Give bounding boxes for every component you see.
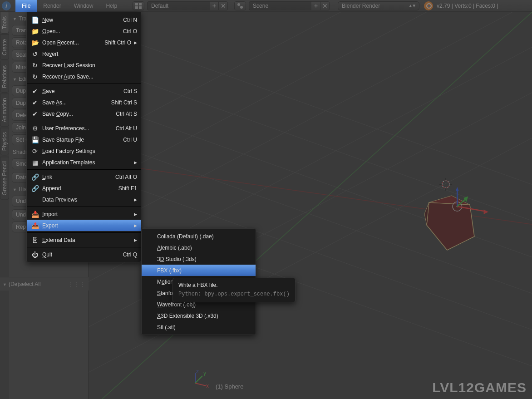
menu-item-label: Data Previews <box>42 197 131 203</box>
file-menu-item[interactable]: ↻Recover Auto Save... <box>27 71 141 82</box>
tooltip-title: Write a FBX file. <box>178 282 290 288</box>
export-menu-item[interactable]: Alembic (.abc) <box>142 242 256 253</box>
menu-item-icon: ↻ <box>30 73 39 80</box>
menu-item-icon: 📄 <box>30 16 39 24</box>
menu-item-label: Save As... <box>42 99 107 106</box>
menu-item-label: Export <box>42 222 131 229</box>
menu-item-icon: 📥 <box>30 211 39 218</box>
menu-item-label: External Data <box>42 237 131 243</box>
menu-item-label: Save <box>42 88 119 94</box>
menu-item-label: Collada (Default) (.dae) <box>157 233 214 240</box>
menu-item-shortcut: Ctrl S <box>123 88 137 94</box>
menu-item-shortcut: Ctrl O <box>123 28 137 34</box>
file-menu-dropdown: 📄NewCtrl N📁Open...Ctrl O📂Open Recent...S… <box>26 12 141 262</box>
export-menu-item[interactable]: X3D Extensible 3D (.x3d) <box>142 310 256 321</box>
menu-item-icon: ▦ <box>30 159 39 166</box>
menu-item-icon: 🗄 <box>30 236 39 244</box>
file-menu-item[interactable]: 💾Save Startup FileCtrl U <box>27 134 141 145</box>
file-menu-item[interactable]: 📄NewCtrl N <box>27 14 141 25</box>
menu-item-label: New <box>42 17 118 23</box>
menu-item-icon: 🔗 <box>30 185 39 192</box>
menu-item-icon: ⟳ <box>30 148 39 155</box>
menu-item-icon: 📂 <box>30 39 39 46</box>
export-menu-item[interactable]: Collada (Default) (.dae) <box>142 231 256 242</box>
menu-item-shortcut: Shift Ctrl O <box>104 39 131 46</box>
submenu-arrow-icon: ▶ <box>134 197 137 202</box>
menu-item-icon: ✔ <box>30 99 39 106</box>
menu-item-label: Save Copy... <box>42 111 111 117</box>
menu-item-label: Load Factory Settings <box>42 148 137 154</box>
menu-item-label: Application Templates <box>42 159 131 166</box>
menu-item-icon: ✔ <box>30 110 39 118</box>
menu-item-label: FBX (.fbx) <box>157 267 182 274</box>
menu-item-icon: ✔ <box>30 88 39 95</box>
menu-item-label: Alembic (.abc) <box>157 245 192 251</box>
file-menu-item[interactable]: ✔Save As...Shift Ctrl S <box>27 97 141 108</box>
file-menu-item[interactable]: 📥Import▶ <box>27 208 141 220</box>
menu-item-shortcut: Ctrl Q <box>123 251 137 258</box>
file-menu-item[interactable]: ⟳Load Factory Settings <box>27 145 141 157</box>
menu-item-label: Quit <box>42 251 118 258</box>
menu-item-label: 3D Studio (.3ds) <box>157 256 197 262</box>
submenu-arrow-icon: ▶ <box>134 212 137 217</box>
menu-item-shortcut: Ctrl Alt O <box>115 174 137 180</box>
submenu-arrow-icon: ▶ <box>134 160 137 165</box>
menu-item-icon: 📁 <box>30 28 39 35</box>
menu-item-label: Revert <box>42 51 137 57</box>
file-menu-item[interactable]: 🔗LinkCtrl Alt O <box>27 171 141 182</box>
menu-item-shortcut: Shift F1 <box>118 185 137 192</box>
tooltip-python: Python: bpy.ops.export_scene.fbx() <box>178 291 290 297</box>
menu-item-shortcut: Ctrl Alt S <box>116 111 137 117</box>
file-menu-item[interactable]: 🗄External Data▶ <box>27 234 141 246</box>
submenu-arrow-icon: ▶ <box>134 223 137 228</box>
menu-item-label: Save Startup File <box>42 137 118 143</box>
file-menu-item[interactable]: ↺Revert <box>27 48 141 59</box>
menu-item-shortcut: Ctrl U <box>123 137 137 143</box>
menu-item-label: Link <box>42 174 111 180</box>
menu-item-label: Open Recent... <box>42 39 100 46</box>
export-menu-item[interactable]: FBX (.fbx) <box>142 265 256 276</box>
menu-item-label: Import <box>42 211 131 217</box>
file-menu-item[interactable]: ↻Recover Last Session <box>27 59 141 71</box>
menu-item-shortcut: Ctrl Alt U <box>116 125 137 132</box>
menu-item-shortcut: Shift Ctrl S <box>111 99 137 106</box>
file-menu-item[interactable]: 🔗AppendShift F1 <box>27 182 141 194</box>
export-menu-item[interactable]: Stl (.stl) <box>142 321 256 333</box>
menu-item-shortcut: Ctrl N <box>123 17 137 23</box>
menu-item-icon: ↻ <box>30 62 39 69</box>
menu-item-label: Open... <box>42 28 118 34</box>
menu-item-label: X3D Extensible 3D (.x3d) <box>157 313 218 319</box>
file-menu-item[interactable]: ▦Application Templates▶ <box>27 157 141 168</box>
menu-item-icon: ⚙ <box>30 125 39 132</box>
tooltip: Write a FBX file. Python: bpy.ops.export… <box>172 278 296 302</box>
menu-item-label: User Preferences... <box>42 125 111 132</box>
menu-item-label: Stl (.stl) <box>157 324 176 330</box>
file-menu-item[interactable]: Data Previews▶ <box>27 194 141 205</box>
menu-item-icon: 📤 <box>30 222 39 229</box>
menu-item-label: Recover Last Session <box>42 62 137 69</box>
export-menu-item[interactable]: 3D Studio (.3ds) <box>142 253 256 265</box>
file-menu-item[interactable]: ✔Save Copy...Ctrl Alt S <box>27 108 141 119</box>
menu-item-icon: ↺ <box>30 50 39 58</box>
submenu-arrow-icon: ▶ <box>134 238 137 242</box>
file-menu-item[interactable]: 📤Export▶ <box>27 220 141 231</box>
file-menu-item[interactable]: 📂Open Recent...Shift Ctrl O▶ <box>27 37 141 48</box>
menu-item-icon: 🔗 <box>30 173 39 181</box>
menu-item-label: Recover Auto Save... <box>42 74 137 80</box>
menu-item-label: Append <box>42 185 114 192</box>
submenu-arrow-icon: ▶ <box>134 40 137 45</box>
menu-item-icon: 💾 <box>30 136 39 143</box>
file-menu-item[interactable]: ✔SaveCtrl S <box>27 85 141 97</box>
file-menu-item[interactable]: ⏻QuitCtrl Q <box>27 249 141 260</box>
file-menu-item[interactable]: ⚙User Preferences...Ctrl Alt U <box>27 123 141 134</box>
menu-item-icon: ⏻ <box>30 251 39 258</box>
file-menu-item[interactable]: 📁Open...Ctrl O <box>27 25 141 37</box>
